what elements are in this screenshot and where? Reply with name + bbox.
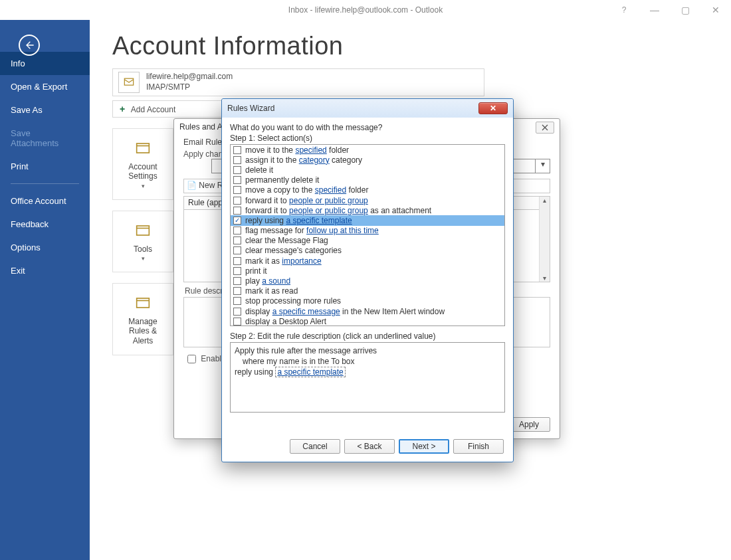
sidebar-item-exit[interactable]: Exit	[0, 259, 90, 282]
wizard-title: Rules Wizard	[227, 104, 274, 113]
wizard-question: What do you want to do with the message?	[230, 123, 505, 132]
action-checkbox[interactable]	[233, 207, 241, 215]
wizard-step1-label: Step 1: Select action(s)	[230, 134, 505, 143]
action-checkbox[interactable]	[233, 156, 241, 164]
action-link[interactable]: category	[299, 155, 330, 165]
action-link[interactable]: specified	[295, 145, 326, 155]
tile-label: Tools	[118, 244, 167, 254]
sidebar-item-options[interactable]: Options	[0, 236, 90, 259]
action-checkbox[interactable]	[233, 166, 241, 174]
action-text: clear message's categories	[245, 246, 342, 255]
action-checkbox[interactable]	[233, 236, 241, 244]
action-checkbox[interactable]	[233, 146, 241, 154]
enable-rss-checkbox[interactable]	[187, 355, 196, 363]
action-checkbox[interactable]	[233, 267, 241, 275]
action-row[interactable]: mark it as importance	[231, 256, 504, 266]
action-row[interactable]: assign it to the category category	[231, 155, 504, 165]
action-checkbox[interactable]	[233, 318, 241, 326]
close-button[interactable]: ✕	[700, 0, 731, 20]
chevron-down-icon: ▾	[535, 159, 550, 173]
action-row[interactable]: clear the Message Flag	[231, 236, 504, 246]
desc-line3-pre: reply using	[235, 367, 275, 377]
action-row[interactable]: permanently delete it	[231, 175, 504, 185]
action-text: print it	[245, 266, 267, 276]
account-icon	[118, 72, 140, 93]
help-button[interactable]: ?	[609, 0, 639, 20]
action-text: reply using a specific template	[245, 216, 352, 225]
action-link[interactable]: a specific message	[272, 307, 340, 316]
action-row[interactable]: stop processing more rules	[231, 296, 504, 306]
action-row[interactable]: flag message for follow up at this time	[231, 226, 504, 236]
action-text: forward it to people or public group as …	[245, 206, 431, 215]
action-row[interactable]: forward it to people or public group	[231, 195, 504, 205]
back-button[interactable]	[19, 35, 40, 56]
chevron-down-icon: ▾	[118, 255, 167, 262]
next-button[interactable]: Next >	[399, 439, 449, 454]
tile-manage-rules-alerts[interactable]: Manage Rules & Alerts	[112, 283, 173, 355]
action-row[interactable]: display a Desktop Alert	[231, 316, 504, 326]
action-text: play a sound	[245, 276, 290, 286]
account-selector[interactable]: lifewire.help@gmail.com IMAP/SMTP	[112, 68, 484, 96]
sidebar-item-save-as[interactable]: Save As	[0, 98, 90, 122]
action-row[interactable]: play a sound	[231, 276, 504, 286]
action-checkbox[interactable]	[233, 277, 241, 285]
action-checkbox[interactable]	[233, 227, 241, 234]
tile-account-settings[interactable]: Account Settings▾	[112, 128, 173, 200]
action-link[interactable]: specified	[315, 185, 346, 195]
svg-rect-2	[137, 226, 150, 235]
email-rules-tab[interactable]: Email Rules	[183, 138, 226, 147]
finish-button[interactable]: Finish	[453, 439, 504, 454]
minimize-button[interactable]: —	[639, 0, 670, 20]
tile-tools[interactable]: Tools▾	[112, 211, 173, 272]
action-row[interactable]: move a copy to the specified folder	[231, 185, 504, 195]
action-checkbox[interactable]	[233, 287, 241, 295]
window-titlebar: Inbox - lifewire.help@outlook.com - Outl…	[0, 0, 731, 20]
action-row[interactable]: reply using a specific template	[231, 215, 504, 225]
action-row[interactable]: delete it	[231, 165, 504, 175]
action-checkbox[interactable]	[233, 217, 241, 225]
action-checkbox[interactable]	[233, 308, 241, 316]
action-text: move it to the specified folder	[245, 145, 349, 155]
scrollbar[interactable]: ▴ ▾	[539, 197, 550, 282]
back-button[interactable]: < Back	[344, 439, 395, 454]
sidebar-item-office-account[interactable]: Office Account	[0, 189, 90, 213]
rules-dialog-close-button[interactable]	[536, 122, 554, 134]
sidebar-item-open-export[interactable]: Open & Export	[0, 75, 90, 98]
desc-line1: Apply this rule after the message arrive…	[235, 345, 500, 356]
tile-label: Account Settings	[118, 162, 167, 181]
action-checkbox[interactable]	[233, 297, 241, 305]
action-row[interactable]: move it to the specified folder	[231, 145, 504, 155]
action-row[interactable]: mark it as read	[231, 286, 504, 296]
action-checkbox[interactable]	[233, 197, 241, 205]
action-text: display a Desktop Alert	[245, 317, 326, 326]
action-checkbox[interactable]	[233, 176, 241, 184]
action-link[interactable]: people or public group	[289, 196, 368, 205]
action-row[interactable]: display a specific message in the New It…	[231, 306, 504, 316]
action-row[interactable]: clear message's categories	[231, 246, 504, 256]
svg-rect-0	[124, 78, 133, 85]
wizard-actions-list[interactable]: move it to the specified folderassign it…	[230, 144, 505, 326]
action-link[interactable]: follow up at this time	[306, 226, 379, 235]
action-link[interactable]: importance	[282, 256, 321, 266]
desc-template-link[interactable]: a specific template	[275, 367, 345, 377]
backstage-sidebar: InfoOpen & ExportSave AsSave Attachments…	[0, 20, 90, 560]
action-link[interactable]: people or public group	[289, 206, 368, 215]
cancel-button[interactable]: Cancel	[290, 439, 340, 454]
action-link[interactable]: a specific template	[286, 216, 352, 225]
action-checkbox[interactable]	[233, 257, 241, 265]
action-text: forward it to people or public group	[245, 196, 368, 205]
sidebar-item-print[interactable]: Print	[0, 155, 90, 178]
action-link[interactable]: a sound	[262, 276, 290, 286]
action-row[interactable]: forward it to people or public group as …	[231, 205, 504, 215]
sidebar-item-info[interactable]: Info	[0, 52, 90, 75]
action-checkbox[interactable]	[233, 246, 241, 254]
apply-button[interactable]: Apply	[508, 417, 550, 432]
action-checkbox[interactable]	[233, 186, 241, 194]
action-text: stop processing more rules	[245, 296, 341, 306]
account-email: lifewire.help@gmail.com	[146, 72, 233, 82]
action-row[interactable]: print it	[231, 266, 504, 276]
window-title: Inbox - lifewire.help@outlook.com - Outl…	[288, 5, 443, 15]
wizard-close-button[interactable]: ✕	[478, 102, 508, 114]
maximize-button[interactable]: ▢	[670, 0, 700, 20]
sidebar-item-feedback[interactable]: Feedback	[0, 213, 90, 236]
